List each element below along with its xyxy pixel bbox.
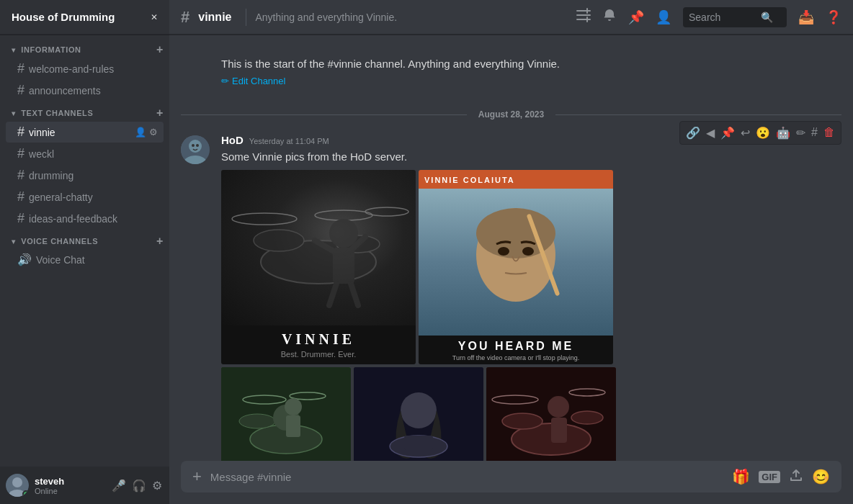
svg-point-36 [285, 398, 302, 415]
notification-bell-icon[interactable] [602, 8, 617, 26]
section-information-label: INFORMATION [21, 45, 81, 54]
message-author[interactable]: HoD [221, 134, 244, 146]
channel-label: welcome-and-rules [29, 63, 158, 75]
user-status: Online [35, 487, 104, 495]
channel-label: general-chatty [29, 192, 158, 203]
image-header-text: VINNIE COLAIUTA [424, 176, 515, 184]
gift-button[interactable]: 🎁 [732, 468, 750, 485]
image-bottom-1[interactable] [221, 367, 351, 461]
messages-area: This is the start of the #vinnie channel… [169, 35, 853, 461]
message-avatar [181, 135, 210, 164]
pencil-icon: ✏ [221, 76, 229, 86]
sidebar-item-general-chatty[interactable]: # general-chatty [6, 186, 164, 207]
play-action-icon[interactable]: ◀ [705, 125, 716, 141]
image-caption-sub: Best. Drummer. Ever. [233, 350, 404, 359]
upload-button[interactable] [789, 468, 803, 486]
mute-button[interactable]: 🎤 [110, 477, 128, 494]
search-icon: 🔍 [761, 12, 773, 23]
channels-icon[interactable] [576, 8, 591, 26]
edit-channel-button[interactable]: ✏ Edit Channel [221, 76, 801, 86]
deafen-button[interactable]: 🎧 [130, 477, 148, 494]
svg-line-23 [329, 284, 336, 305]
sidebar-item-voice-chat[interactable]: 🔊 Voice Chat [6, 250, 164, 269]
avatar [6, 474, 29, 497]
section-information-header[interactable]: ▾ INFORMATION + [0, 40, 169, 58]
section-information: ▾ INFORMATION + # welcome-and-rules # an… [0, 40, 169, 101]
sidebar-item-announcements[interactable]: # announcements [6, 80, 164, 101]
sidebar-item-welcome-and-rules[interactable]: # welcome-and-rules [6, 58, 164, 79]
sidebar-item-vinnie[interactable]: # vinnie 👤 ⚙ [6, 122, 164, 143]
svg-rect-5 [576, 19, 591, 20]
channel-hash-icon: # [181, 8, 189, 27]
image-vinnie-colaiuta[interactable]: VINNIE COLAIUTA [419, 170, 613, 364]
section-text-channels-header[interactable]: ▾ TEXT CHANNELS + [0, 104, 169, 121]
help-icon[interactable]: ❓ [826, 9, 841, 25]
channel-list: ▾ INFORMATION + # welcome-and-rules # an… [0, 35, 169, 467]
settings-icon[interactable]: ⚙ [149, 127, 158, 138]
emoji-button[interactable]: 😊 [812, 468, 830, 485]
inbox-icon[interactable]: 📥 [798, 9, 814, 25]
svg-point-27 [498, 247, 509, 256]
members-icon[interactable]: 👤 [656, 9, 671, 25]
image-bottom-2[interactable] [354, 367, 483, 461]
search-input[interactable] [689, 12, 761, 23]
channel-label: drumming [29, 170, 158, 181]
message: HoD Yesterday at 11:04 PM Some Vinnie pi… [169, 131, 853, 461]
svg-point-39 [401, 392, 437, 428]
server-header[interactable]: House of Drumming ✕ [0, 0, 169, 35]
user-area: steveh Online 🎤 🎧 ⚙ [0, 467, 169, 504]
hash-icon: # [17, 211, 24, 226]
voice-channel-label: Voice Chat [36, 254, 85, 266]
message-input[interactable] [210, 471, 732, 483]
svg-point-28 [522, 247, 534, 256]
pin-icon[interactable]: 📌 [628, 9, 644, 25]
add-channel-voice-button[interactable]: + [156, 235, 164, 248]
add-member-icon[interactable]: 👤 [135, 127, 146, 138]
svg-point-16 [232, 213, 297, 225]
sidebar-item-weckl[interactable]: # weckl [6, 143, 164, 164]
channel-topic: Anything and everything Vinnie. [255, 12, 568, 23]
settings-button[interactable]: ⚙ [151, 477, 164, 494]
image-caption-title: VINNIE [233, 331, 404, 348]
add-channel-information-button[interactable]: + [156, 43, 164, 56]
link-action-icon[interactable]: 🔗 [684, 125, 702, 141]
section-voice-channels-header[interactable]: ▾ VOICE CHANNELS + [0, 232, 169, 249]
server-name: House of Drumming [12, 11, 115, 23]
svg-point-14 [254, 230, 304, 251]
search-box[interactable]: 🔍 [683, 7, 787, 27]
image-drum-player[interactable]: VINNIE Best. Drummer. Ever. [221, 170, 416, 364]
svg-rect-7 [586, 17, 588, 22]
channel-header-name: vinnie [198, 11, 231, 24]
channel-label: ideas-and-feedback [29, 213, 158, 225]
bot-action-icon[interactable]: 🤖 [774, 125, 792, 141]
image-bottom-3[interactable] [486, 367, 616, 461]
svg-rect-37 [286, 415, 300, 437]
sidebar-item-ideas-and-feedback[interactable]: # ideas-and-feedback [6, 208, 164, 229]
emoji-react-icon[interactable]: 😮 [754, 125, 772, 141]
user-info: steveh Online [35, 476, 104, 495]
svg-point-1 [12, 477, 22, 487]
svg-point-9 [189, 140, 202, 153]
pin-action-icon[interactable]: 📌 [719, 125, 736, 141]
add-attachment-button[interactable]: + [192, 467, 202, 486]
svg-rect-49 [551, 418, 567, 443]
svg-point-32 [239, 414, 275, 428]
reply-action-icon[interactable]: ↩ [739, 125, 751, 141]
hash-icon: # [17, 61, 24, 76]
add-channel-text-button[interactable]: + [156, 107, 164, 120]
divider-line [181, 114, 467, 115]
hashtag-action-icon[interactable]: # [810, 125, 819, 141]
sidebar: House of Drumming ✕ ▾ INFORMATION + # we… [0, 0, 169, 504]
section-voice-channels: ▾ VOICE CHANNELS + 🔊 Voice Chat [0, 232, 169, 269]
mosaic-top-row: VINNIE Best. Drummer. Ever. VINNIE COLAI… [221, 170, 841, 364]
sidebar-item-drumming[interactable]: # drumming [6, 165, 164, 186]
header-actions: 📌 👤 🔍 📥 ❓ [576, 7, 841, 27]
input-actions: 🎁 GIF 😊 [732, 468, 830, 486]
svg-point-18 [365, 207, 408, 216]
hash-icon: # [17, 125, 24, 140]
gif-button[interactable]: GIF [759, 471, 780, 483]
delete-action-icon[interactable]: 🗑 [822, 125, 836, 141]
mosaic-bottom-row [221, 367, 841, 461]
edit-action-icon[interactable]: ✏ [795, 125, 807, 141]
svg-point-17 [315, 210, 372, 220]
